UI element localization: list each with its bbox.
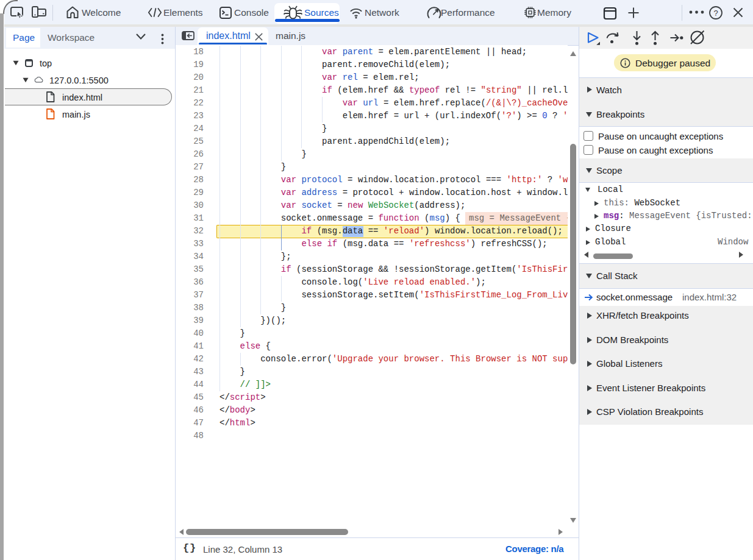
svg-text:?: ? xyxy=(713,9,718,18)
